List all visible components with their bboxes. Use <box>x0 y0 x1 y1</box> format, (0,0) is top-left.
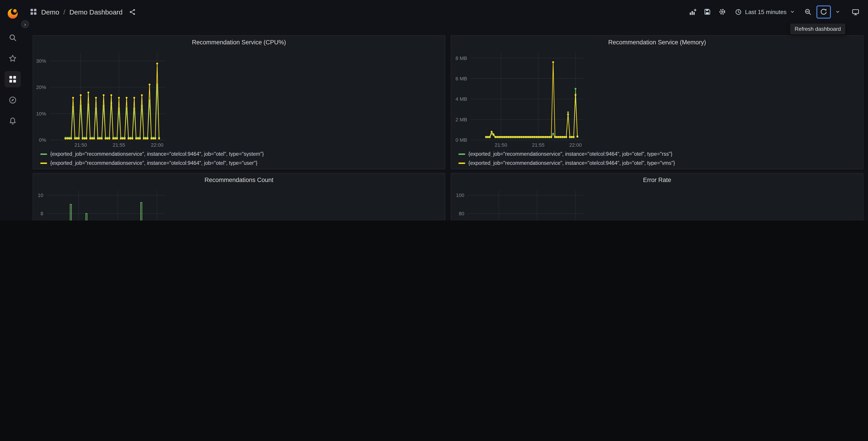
svg-text:21:50: 21:50 <box>74 142 87 148</box>
dashboard-settings-button[interactable] <box>716 5 728 18</box>
sidebar-item-favorites[interactable] <box>4 50 21 66</box>
sidebar-item-explore[interactable] <box>4 92 21 108</box>
svg-text:4 MB: 4 MB <box>456 96 467 102</box>
legend-item[interactable]: {exported_job="recommendationservice", i… <box>459 159 859 167</box>
star-icon <box>9 54 17 62</box>
svg-text:22:00: 22:00 <box>569 142 582 148</box>
svg-text:10: 10 <box>38 193 43 198</box>
panel-legend: {exported_job="recommendationservice", i… <box>40 150 440 167</box>
svg-text:2 MB: 2 MB <box>456 117 467 122</box>
breadcrumb-page-title[interactable]: Demo Dashboard <box>69 8 122 16</box>
refresh-button-focus-ring <box>816 5 831 18</box>
grafana-logo[interactable] <box>6 6 20 20</box>
panel-chart[interactable]: 21:5021:5522:000%10%20%30% <box>36 49 172 149</box>
svg-text:100: 100 <box>456 193 464 198</box>
svg-text:10%: 10% <box>36 111 46 117</box>
zoom-out-icon <box>804 8 811 16</box>
bell-icon <box>9 117 17 125</box>
search-icon <box>9 33 17 42</box>
sidebar-expand-button[interactable]: › <box>21 20 29 28</box>
panel-add-icon <box>688 8 696 16</box>
svg-text:20%: 20% <box>36 84 46 90</box>
panel-legend: {exported_job="recommendationservice", i… <box>459 150 859 167</box>
svg-text:21:55: 21:55 <box>532 142 545 148</box>
svg-text:80: 80 <box>459 211 464 216</box>
settings-gear-icon <box>719 8 726 16</box>
breadcrumb-separator: / <box>63 8 65 16</box>
cycle-view-mode-button[interactable] <box>849 5 862 18</box>
svg-text:0 MB: 0 MB <box>456 137 467 143</box>
svg-text:21:55: 21:55 <box>113 142 125 148</box>
svg-text:0%: 0% <box>39 137 46 143</box>
legend-label: {exported_job="recommendationservice", i… <box>50 160 257 166</box>
svg-text:22:00: 22:00 <box>151 142 163 148</box>
legend-item[interactable]: {exported_job="recommendationservice", i… <box>40 150 440 158</box>
legend-color-marker <box>40 162 47 164</box>
panel-title[interactable]: Recommendation Service (Memory) <box>451 36 863 49</box>
sidebar-item-dashboards[interactable] <box>4 71 21 87</box>
time-range-label: Last 15 minutes <box>745 8 786 15</box>
chevron-right-icon: › <box>24 21 26 27</box>
chevron-down-icon <box>835 9 840 14</box>
refresh-icon <box>820 8 827 16</box>
header-actions: Last 15 minutes <box>686 5 862 18</box>
panel-recommendations-count: Recommendations Count 21:5021:5522:00024… <box>33 173 445 220</box>
sidebar-item-search[interactable] <box>4 29 21 46</box>
legend-color-marker <box>459 162 465 164</box>
zoom-out-button[interactable] <box>802 5 814 18</box>
svg-text:6 MB: 6 MB <box>456 76 467 82</box>
panel-recommendation-cpu: Recommendation Service (CPU%) 21:5021:55… <box>33 35 445 169</box>
legend-label: {exported_job="recommendationservice", i… <box>50 151 264 157</box>
save-dashboard-button[interactable] <box>701 5 714 18</box>
share-icon <box>129 8 136 15</box>
panel-title[interactable]: Recommendation Service (CPU%) <box>33 36 445 49</box>
panel-error-rate: Error Rate 21:5021:5522:00020406080100 {… <box>451 173 864 220</box>
header: Demo / Demo Dashboard Last 15 minutes <box>25 0 868 24</box>
breadcrumb: Demo / Demo Dashboard <box>30 7 138 17</box>
panel-recommendation-memory: Recommendation Service (Memory) 21:5021:… <box>451 35 864 169</box>
clock-icon <box>735 8 742 15</box>
legend-item[interactable]: {exported_job="recommendationservice", i… <box>40 159 440 167</box>
legend-color-marker <box>459 153 465 155</box>
refresh-dashboard-button[interactable] <box>817 6 830 18</box>
apps-icon <box>30 8 37 16</box>
legend-label: {exported_job="recommendationservice", i… <box>468 151 673 157</box>
legend-label: {exported_job="recommendationservice", i… <box>468 160 675 166</box>
sidebar-item-alerting[interactable] <box>4 113 21 129</box>
panel-chart[interactable]: 21:5021:5522:000246810 <box>36 186 172 220</box>
panel-chart[interactable]: 21:5021:5522:000 MB2 MB4 MB6 MB8 MB <box>454 49 590 149</box>
save-icon <box>704 8 711 16</box>
svg-text:8 MB: 8 MB <box>456 56 467 61</box>
sidebar: ? <box>0 0 25 220</box>
panel-title[interactable]: Recommendations Count <box>33 173 445 186</box>
grafana-app: ? › Demo / Demo Dashboard <box>0 0 868 220</box>
compass-icon <box>9 96 17 104</box>
chevron-down-icon <box>790 9 795 14</box>
add-panel-button[interactable] <box>686 5 699 18</box>
dashboards-grid-icon <box>9 75 17 83</box>
time-range-picker[interactable]: Last 15 minutes <box>731 5 799 18</box>
refresh-tooltip: Refresh dashboard <box>790 24 845 34</box>
refresh-interval-dropdown[interactable] <box>833 5 842 18</box>
svg-text:30%: 30% <box>36 58 46 64</box>
panel-chart[interactable]: 21:5021:5522:00020406080100 <box>454 186 590 220</box>
legend-color-marker <box>40 153 47 155</box>
svg-text:21:50: 21:50 <box>495 142 507 148</box>
share-dashboard-button[interactable] <box>127 7 138 17</box>
panel-title[interactable]: Error Rate <box>451 173 863 186</box>
legend-item[interactable]: {exported_job="recommendationservice", i… <box>459 150 859 158</box>
monitor-icon <box>851 8 859 16</box>
breadcrumb-section[interactable]: Demo <box>41 8 59 16</box>
svg-text:8: 8 <box>40 211 43 216</box>
